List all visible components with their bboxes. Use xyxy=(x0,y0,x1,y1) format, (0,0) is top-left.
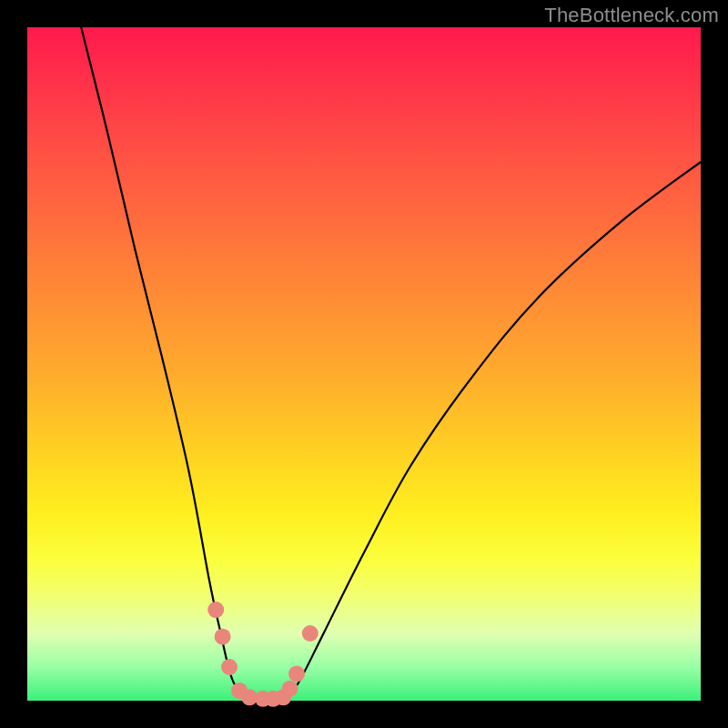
gradient-plot-area xyxy=(27,27,701,701)
watermark-text: TheBottleneck.com xyxy=(544,4,719,27)
chart-frame: TheBottleneck.com xyxy=(0,0,728,728)
